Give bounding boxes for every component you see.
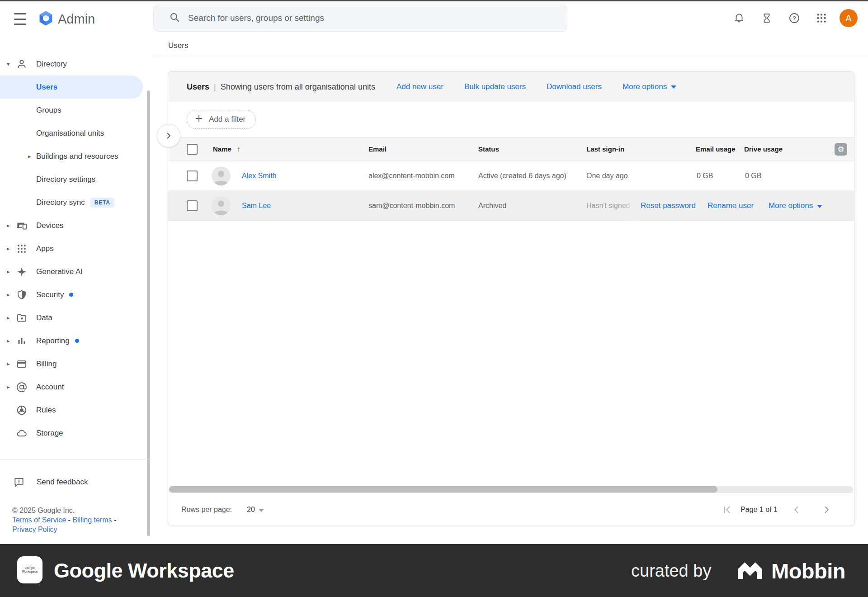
chevron-right-icon[interactable]: ▸ <box>7 222 15 229</box>
sidebar-item-label: Users <box>36 83 57 92</box>
curated-by-text: curated by <box>631 561 711 580</box>
feedback-icon <box>12 476 26 488</box>
chevron-right-icon[interactable]: ▸ <box>7 291 15 298</box>
sidebar-item-security[interactable]: ▸Security <box>0 283 143 306</box>
column-header-email-usage[interactable]: Email usage <box>696 137 736 161</box>
breadcrumb[interactable]: Users <box>168 41 188 50</box>
column-header-last-sign-in[interactable]: Last sign-in <box>586 137 624 161</box>
rename-user-button[interactable]: Rename user <box>708 191 754 221</box>
product-name: Admin <box>58 12 95 27</box>
copyright-text: © 2025 Google Inc. <box>12 506 131 515</box>
chevron-right-icon[interactable]: ▸ <box>7 314 15 321</box>
column-header-status[interactable]: Status <box>478 137 499 161</box>
curator-name: Mobbin <box>771 558 845 583</box>
more-options-button[interactable]: More options <box>623 82 676 91</box>
legal-link-privacy-policy[interactable]: Privacy Policy <box>12 526 57 533</box>
account-avatar[interactable]: A <box>840 9 858 27</box>
download-users-button[interactable]: Download users <box>547 82 602 91</box>
sidebar-item-groups[interactable]: Groups <box>0 99 143 122</box>
sidebar-nav: ▾DirectoryUsersGroupsOrganisational unit… <box>0 52 154 445</box>
sidebar-item-account[interactable]: ▸Account <box>0 375 143 398</box>
more-options-button[interactable]: More options <box>769 191 822 221</box>
add-new-user-button[interactable]: Add new user <box>396 82 443 91</box>
sidebar-item-label: Directory <box>36 60 67 69</box>
sidebar-item-storage[interactable]: Storage <box>0 422 143 445</box>
chevron-right-icon[interactable]: ▸ <box>7 268 15 275</box>
notification-dot <box>75 339 79 343</box>
sidebar-item-reporting[interactable]: ▸Reporting <box>0 329 143 352</box>
search-bar[interactable] <box>153 5 567 32</box>
select-all-checkbox[interactable] <box>187 144 198 155</box>
chevron-right-icon[interactable]: ▸ <box>7 337 15 344</box>
sidebar-item-data[interactable]: ▸Data <box>0 306 143 329</box>
chevron-right-icon[interactable]: ▸ <box>7 384 15 390</box>
chevron-right-icon[interactable]: ▸ <box>28 153 36 160</box>
search-input[interactable] <box>188 13 541 23</box>
google-admin-console: Admin ? A Users ▾DirectoryUsersGroupsOrg… <box>0 0 868 597</box>
user-status: Archived <box>478 191 506 221</box>
devices-icon <box>15 220 28 232</box>
panel-expander-button[interactable] <box>157 124 180 147</box>
table-row-alex-smith[interactable]: Alex Smithalex@content-mobbin.comActive … <box>168 161 854 191</box>
tile-brand-text: Workspace <box>22 570 38 573</box>
main-menu-icon[interactable] <box>14 13 28 25</box>
reset-password-button[interactable]: Reset password <box>641 191 696 221</box>
sidebar-item-label: Account <box>36 383 64 392</box>
column-header-email[interactable]: Email <box>368 137 387 161</box>
sidebar-item-label: Groups <box>36 106 61 115</box>
horizontal-scrollbar-thumb[interactable] <box>169 486 717 493</box>
sidebar-item-directory-settings[interactable]: Directory settings <box>0 168 143 191</box>
sidebar-item-devices[interactable]: ▸Devices <box>0 214 143 237</box>
drive-usage: 0 GB <box>745 161 761 191</box>
next-page-icon[interactable] <box>822 505 831 514</box>
legal-links: Terms of Service - Billing terms - Priva… <box>12 515 131 534</box>
bulk-update-users-button[interactable]: Bulk update users <box>464 82 526 91</box>
sidebar-item-rules[interactable]: Rules <box>0 398 143 422</box>
sidebar-divider <box>0 460 151 460</box>
sidebar-item-billing[interactable]: ▸Billing <box>0 352 143 375</box>
horizontal-scrollbar-track[interactable] <box>169 486 853 493</box>
table-row-sam-lee[interactable]: Sam Leesam@content-mobbin.comArchivedHas… <box>168 191 854 221</box>
sidebar-item-directory-sync[interactable]: Directory syncBETA <box>0 191 143 214</box>
send-feedback-button[interactable]: Send feedback <box>0 471 143 493</box>
sidebar-item-directory[interactable]: ▾Directory <box>0 52 143 76</box>
cloud-icon <box>15 428 28 439</box>
add-filter-button[interactable]: Add a filter <box>187 110 256 129</box>
sidebar-item-users[interactable]: Users <box>0 76 143 99</box>
notifications-bell-icon[interactable] <box>733 12 745 24</box>
sidebar-item-apps[interactable]: ▸Apps <box>0 237 143 260</box>
apps-grid-icon[interactable] <box>815 12 828 24</box>
sidebar-item-label: Organisational units <box>36 129 104 138</box>
admin-logo[interactable]: Admin <box>38 10 95 28</box>
chevron-down-icon[interactable]: ▾ <box>7 61 15 67</box>
sidebar-item-label: Apps <box>36 244 54 253</box>
beta-badge: BETA <box>90 198 114 208</box>
rows-per-page-select[interactable]: 20 <box>247 493 264 526</box>
admin-hexagon-icon <box>38 10 54 28</box>
user-name-link[interactable]: Alex Smith <box>242 161 276 191</box>
help-icon[interactable]: ? <box>788 12 801 24</box>
legal-link-terms-of-service[interactable]: Terms of Service <box>12 516 66 524</box>
previous-page-icon[interactable] <box>792 505 801 514</box>
legal-link-billing-terms[interactable]: Billing terms <box>72 516 112 524</box>
sidebar-item-buildings-and-resources[interactable]: ▸Buildings and resources <box>0 145 143 168</box>
footer-brand-text: Google Workspace <box>54 559 234 583</box>
sidebar-item-organisational-units[interactable]: Organisational units <box>0 122 143 145</box>
rows-per-page-label: Rows per page: <box>181 493 232 526</box>
first-page-icon[interactable] <box>723 505 732 514</box>
user-name-link[interactable]: Sam Lee <box>242 191 271 221</box>
column-header-name[interactable]: Name↑ <box>213 137 241 161</box>
table-body: Alex Smithalex@content-mobbin.comActive … <box>168 161 854 221</box>
apps-icon <box>15 243 28 254</box>
panel-header: Users | Showing users from all organisat… <box>168 72 854 102</box>
tasks-hourglass-icon[interactable] <box>760 12 773 24</box>
column-settings-gear-icon[interactable]: ⚙ <box>835 143 847 156</box>
chevron-right-icon[interactable]: ▸ <box>7 245 15 252</box>
chevron-right-icon[interactable]: ▸ <box>7 360 15 367</box>
sidebar-item-generative-ai[interactable]: ▸Generative AI <box>0 260 143 283</box>
sidebar-scrollbar[interactable] <box>147 90 150 536</box>
folder-star-icon <box>15 313 28 323</box>
row-checkbox[interactable] <box>187 171 198 181</box>
column-header-drive-usage[interactable]: Drive usage <box>744 137 783 161</box>
row-checkbox[interactable] <box>187 200 198 211</box>
